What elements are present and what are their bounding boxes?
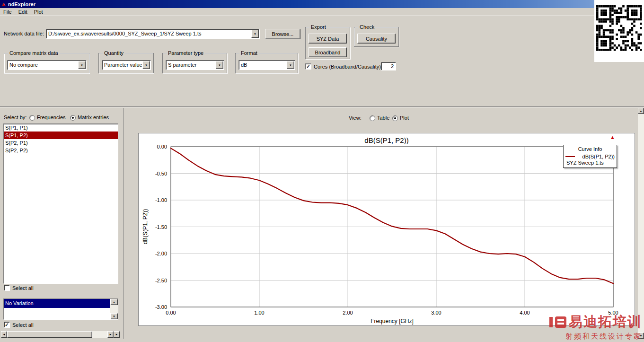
- broadband-button[interactable]: Broadband: [309, 47, 347, 57]
- causality-button[interactable]: Causality: [357, 34, 396, 44]
- select-all-variation-checkbox[interactable]: ✓: [4, 322, 10, 328]
- export-group-label: Export: [309, 24, 327, 30]
- radio-matrix-entries-label[interactable]: Matrix entries: [78, 114, 109, 120]
- scroll-up-icon[interactable]: ▲: [110, 299, 118, 305]
- y-tick-label: -2.50: [142, 278, 167, 283]
- x-tick-label: 4.00: [514, 310, 535, 316]
- check-icon: ✓: [5, 323, 9, 327]
- network-file-dropdown-icon[interactable]: ▼: [251, 30, 259, 38]
- view-label: View:: [349, 115, 362, 121]
- legend-title: Curve Info: [565, 146, 615, 152]
- compare-combo-value: No compare: [9, 62, 78, 68]
- parameter-type-combo-value: S parameter: [168, 62, 215, 68]
- menu-bar: FileEditPlot: [0, 8, 644, 16]
- network-file-combo[interactable]: D:/siwave_ex.siwaveresults/0000_SYZ_Swee…: [46, 29, 260, 39]
- y-tick-label: -0.50: [142, 171, 167, 176]
- vertical-scrollbar[interactable]: ▲ ▼: [638, 108, 644, 339]
- browse-button[interactable]: Browse...: [265, 29, 300, 39]
- scrollbar-thumb[interactable]: [7, 331, 92, 338]
- list-item[interactable]: S(P2, P2): [4, 147, 118, 154]
- network-file-value: D:/siwave_ex.siwaveresults/0000_SYZ_Swee…: [48, 31, 251, 36]
- select-by-label: Select by:: [4, 114, 26, 120]
- radio-table-label[interactable]: Table: [377, 115, 389, 121]
- quantity-group-label: Quantity: [103, 50, 125, 56]
- menu-item-edit[interactable]: Edit: [15, 9, 31, 15]
- x-tick-label: 1.00: [249, 310, 270, 316]
- y-tick-label: -3.00: [142, 304, 167, 310]
- legend-entry-sublabel: SYZ Sweep 1.ts: [565, 160, 615, 166]
- chart-panel: dB(S(P1, P2)) ▲ Frequency [GHz] dB(S(P1,…: [138, 133, 635, 326]
- list-item[interactable]: S(P2, P1): [4, 139, 118, 147]
- list-item[interactable]: No Variation: [4, 299, 110, 308]
- parameter-type-dropdown-icon[interactable]: ▼: [216, 61, 223, 69]
- scroll-up-icon[interactable]: ▲: [638, 108, 644, 114]
- quantity-dropdown-icon[interactable]: ▼: [142, 61, 150, 69]
- y-tick-label: 0.00: [142, 144, 167, 149]
- x-tick-label: 0.00: [160, 310, 181, 316]
- radio-plot-label[interactable]: Plot: [400, 115, 409, 121]
- quantity-combo-value: Parameter values: [104, 62, 142, 68]
- scroll-down-icon[interactable]: ▼: [110, 313, 118, 319]
- compare-combo[interactable]: No compare ▼: [7, 60, 87, 70]
- scroll-track[interactable]: [110, 305, 118, 313]
- quantity-combo[interactable]: Parameter values ▼: [102, 60, 151, 70]
- cores-checkbox[interactable]: ✓: [305, 63, 311, 70]
- left-panel-horizontal-scrollbar[interactable]: ◄ ► ►: [1, 331, 120, 338]
- format-combo[interactable]: dB ▼: [238, 60, 295, 70]
- format-group-label: Format: [239, 50, 259, 56]
- parameter-type-combo[interactable]: S parameter ▼: [166, 60, 224, 70]
- panel-divider: [0, 106, 644, 107]
- scroll-right-icon[interactable]: ►: [107, 331, 114, 338]
- radio-frequencies-label[interactable]: Frequencies: [37, 114, 66, 120]
- radio-matrix-entries[interactable]: [70, 115, 76, 121]
- radio-table[interactable]: [370, 115, 375, 121]
- matrix-entries-list[interactable]: S(P1, P1)S(P1, P2)S(P2, P1)S(P2, P2): [3, 123, 118, 284]
- x-axis-label: Frequency [GHz]: [171, 318, 613, 324]
- scroll-down-icon[interactable]: ▼: [638, 333, 644, 339]
- format-combo-value: dB: [241, 62, 286, 68]
- y-tick-label: -1.00: [142, 197, 167, 203]
- app-icon: ▲: [1, 2, 6, 7]
- legend-entry-label: dB(S(P1, P2)): [577, 154, 615, 159]
- compare-group: Compare matrix data No compare ▼: [4, 53, 89, 73]
- x-tick-label: 5.00: [603, 310, 624, 316]
- radio-frequencies[interactable]: [29, 115, 35, 121]
- check-group-label: Check: [358, 24, 376, 30]
- scroll-left-icon[interactable]: ◄: [1, 331, 7, 338]
- compare-dropdown-icon[interactable]: ▼: [78, 61, 86, 69]
- scroll-track[interactable]: [92, 331, 107, 338]
- variation-list-items: No Variation: [4, 299, 110, 319]
- check-icon: ✓: [306, 64, 310, 69]
- menu-item-file[interactable]: File: [0, 9, 15, 15]
- list-item[interactable]: S(P1, P1): [4, 124, 118, 132]
- legend-line-sample: [565, 156, 575, 157]
- network-file-label: Network data file:: [4, 31, 44, 36]
- format-dropdown-icon[interactable]: ▼: [287, 61, 294, 69]
- check-group: Check Causality: [354, 27, 399, 47]
- x-tick-label: 3.00: [426, 310, 447, 316]
- y-tick-label: -1.50: [142, 224, 167, 230]
- parameter-type-group: Parameter type S parameter ▼: [162, 53, 227, 73]
- x-tick-label: 2.00: [337, 310, 358, 316]
- window-title: ndExplorer: [8, 1, 35, 7]
- qr-code: [594, 0, 644, 62]
- scroll-right-icon[interactable]: ►: [114, 331, 120, 338]
- cores-count-field[interactable]: 2: [381, 62, 396, 70]
- scroll-track[interactable]: [638, 114, 644, 333]
- menu-item-plot[interactable]: Plot: [31, 9, 46, 15]
- syz-data-button[interactable]: SYZ Data: [309, 34, 347, 44]
- y-tick-label: -2.00: [142, 251, 167, 256]
- plot-canvas[interactable]: [139, 133, 635, 326]
- format-group: Format dB ▼: [235, 53, 298, 73]
- select-all-matrix-checkbox[interactable]: ✓: [4, 285, 10, 291]
- export-group: Export SYZ Data Broadband: [305, 27, 350, 59]
- compare-group-label: Compare matrix data: [8, 50, 60, 56]
- title-bar: ▲ ndExplorer: [0, 0, 644, 8]
- select-all-variation-label[interactable]: Select all: [12, 322, 34, 328]
- radio-plot[interactable]: [392, 115, 398, 121]
- variation-list-scrollbar[interactable]: ▲ ▼: [110, 299, 118, 319]
- quantity-group: Quantity Parameter values ▼: [98, 53, 154, 73]
- select-all-matrix-label[interactable]: Select all: [12, 285, 34, 291]
- variation-list[interactable]: No Variation ▲ ▼: [3, 298, 118, 320]
- list-item[interactable]: S(P1, P2): [4, 132, 118, 139]
